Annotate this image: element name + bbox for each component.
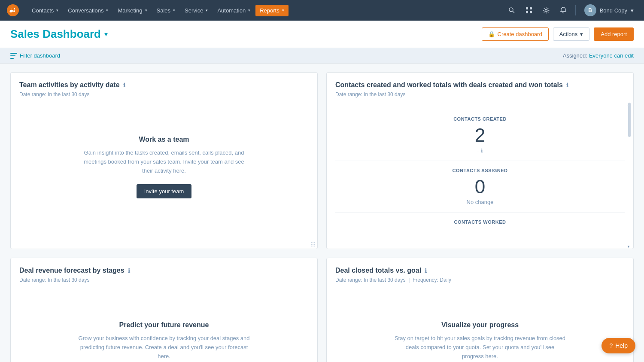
empty-description: Stay on target to hit your sales goals b…: [394, 334, 566, 361]
scroll-thumb[interactable]: [628, 103, 631, 137]
chevron-down-icon: ▾: [173, 8, 175, 12]
info-icon[interactable]: ℹ: [481, 148, 483, 154]
empty-description: Grow your business with confidence by tr…: [78, 334, 250, 361]
nav-divider: [575, 5, 576, 15]
card-header: Team activities by activity date ℹ Date …: [11, 73, 317, 103]
svg-rect-8: [10, 55, 15, 56]
nav-automation[interactable]: Automation ▾: [213, 5, 255, 16]
empty-title: Visualize your progress: [394, 321, 566, 329]
help-button[interactable]: ? Help: [601, 338, 635, 353]
metric-value: 0: [335, 177, 625, 196]
metric-value: 2: [335, 126, 625, 145]
svg-point-0: [7, 4, 19, 16]
empty-description: Gain insight into the tasks created, ema…: [78, 149, 250, 175]
page-header: Sales Dashboard ▾ 🔒 Create dashboard Act…: [0, 21, 644, 48]
card-body: Visualize your progress Stay on target t…: [327, 288, 633, 362]
nav-menu: Contacts ▾ Conversations ▾ Marketing ▾ S…: [27, 5, 505, 16]
search-button[interactable]: [505, 3, 519, 17]
card-date-range: Date range: In the last 30 days | Freque…: [335, 277, 625, 283]
resize-dots-icon: [310, 242, 316, 247]
team-activities-card: Team activities by activity date ℹ Date …: [10, 72, 318, 249]
create-dashboard-button[interactable]: 🔒 Create dashboard: [482, 27, 549, 41]
assignment-section: Assigned: Everyone can edit: [563, 52, 634, 59]
avatar: B: [584, 4, 596, 16]
empty-title: Predict your future revenue: [78, 321, 250, 329]
lock-icon: 🔒: [488, 31, 495, 37]
page-title: Sales Dashboard: [10, 27, 101, 41]
chevron-down-icon: ▾: [56, 8, 58, 12]
user-menu[interactable]: B Bond Copy ▾: [581, 3, 637, 18]
card-title: Contacts created and worked totals with …: [335, 81, 625, 89]
add-report-button[interactable]: Add report: [594, 27, 634, 41]
top-navigation: Contacts ▾ Conversations ▾ Marketing ▾ S…: [0, 0, 644, 21]
svg-rect-4: [526, 11, 528, 13]
card-body: Work as a team Gain insight into the tas…: [11, 103, 317, 231]
metric-label: CONTACTS CREATED: [335, 116, 625, 122]
filter-dashboard-button[interactable]: Filter dashboard: [10, 52, 60, 59]
info-icon[interactable]: ℹ: [123, 82, 125, 88]
svg-rect-3: [530, 7, 532, 9]
empty-state: Predict your future revenue Grow your bu…: [61, 308, 267, 362]
settings-button[interactable]: [539, 3, 553, 17]
card-body-scrollable: CONTACTS CREATED 2 - ℹ CONTACTS ASSIGNED…: [327, 103, 633, 249]
nav-right-section: B Bond Copy ▾: [505, 3, 637, 18]
info-icon[interactable]: ℹ: [425, 268, 427, 274]
dashboard-grid: Team activities by activity date ℹ Date …: [0, 64, 644, 362]
svg-point-6: [545, 9, 547, 12]
card-date-range: Date range: In the last 30 days: [335, 91, 625, 97]
deal-revenue-card: Deal revenue forecast by stages ℹ Date r…: [10, 258, 318, 362]
card-title: Deal revenue forecast by stages ℹ: [19, 267, 309, 274]
deal-closed-card: Deal closed totals vs. goal ℹ Date range…: [326, 258, 634, 362]
apps-button[interactable]: [522, 3, 536, 17]
metrics-content: CONTACTS CREATED 2 - ℹ CONTACTS ASSIGNED…: [327, 103, 633, 243]
empty-state: Visualize your progress Stay on target t…: [377, 308, 583, 362]
chevron-down-icon: ▾: [206, 8, 208, 12]
page-actions: 🔒 Create dashboard Actions ▾ Add report: [482, 27, 634, 41]
card-header: Contacts created and worked totals with …: [327, 73, 633, 103]
contacts-worked-metric: CONTACTS WORKED: [335, 213, 625, 236]
empty-title: Work as a team: [78, 136, 250, 143]
contacts-assigned-metric: CONTACTS ASSIGNED 0 No change: [335, 161, 625, 213]
metric-sub: - ℹ: [335, 147, 625, 154]
card-title: Team activities by activity date ℹ: [19, 81, 309, 89]
card-body: Predict your future revenue Grow your bu…: [11, 288, 317, 362]
svg-rect-2: [526, 7, 528, 9]
metric-sub: No change: [335, 199, 625, 205]
card-header: Deal revenue forecast by stages ℹ Date r…: [11, 258, 317, 288]
chevron-down-icon: ▾: [282, 8, 284, 12]
scroll-down-button[interactable]: ▼: [626, 244, 631, 249]
chevron-down-icon: ▾: [248, 8, 250, 12]
notifications-button[interactable]: [556, 3, 570, 17]
nav-contacts[interactable]: Contacts ▾: [27, 5, 63, 16]
nav-conversations[interactable]: Conversations ▾: [64, 5, 112, 16]
metric-label: CONTACTS WORKED: [335, 219, 625, 225]
help-icon: ?: [609, 342, 613, 349]
chevron-down-icon: ▾: [145, 8, 147, 12]
card-header: Deal closed totals vs. goal ℹ Date range…: [327, 258, 633, 288]
filter-bar: Filter dashboard Assigned: Everyone can …: [0, 48, 644, 64]
actions-button[interactable]: Actions ▾: [553, 27, 590, 41]
title-dropdown-icon[interactable]: ▾: [104, 30, 108, 38]
metric-label: CONTACTS ASSIGNED: [335, 168, 625, 173]
invite-team-button[interactable]: Invite your team: [137, 184, 192, 198]
resize-handle[interactable]: [309, 240, 316, 247]
empty-state: Work as a team Gain insight into the tas…: [61, 123, 267, 211]
chevron-down-icon: ▾: [631, 7, 634, 14]
hubspot-logo[interactable]: [7, 4, 19, 16]
info-icon[interactable]: ℹ: [566, 82, 568, 88]
contacts-created-metric: CONTACTS CREATED 2 - ℹ: [335, 110, 625, 161]
scroll-track: ▲ ▼: [627, 103, 631, 249]
nav-reports[interactable]: Reports ▾: [255, 5, 289, 16]
svg-rect-5: [530, 11, 532, 13]
info-icon[interactable]: ℹ: [128, 268, 130, 274]
nav-marketing[interactable]: Marketing ▾: [113, 5, 151, 16]
chevron-down-icon: ▾: [580, 31, 583, 37]
card-date-range: Date range: In the last 30 days: [19, 91, 309, 97]
nav-service[interactable]: Service ▾: [180, 5, 212, 16]
assigned-value[interactable]: Everyone can edit: [589, 52, 634, 59]
title-area: Sales Dashboard ▾: [10, 27, 108, 41]
nav-sales[interactable]: Sales ▾: [152, 5, 180, 16]
svg-rect-7: [10, 53, 17, 54]
chevron-down-icon: ▾: [106, 8, 108, 12]
contacts-card: Contacts created and worked totals with …: [326, 72, 634, 249]
